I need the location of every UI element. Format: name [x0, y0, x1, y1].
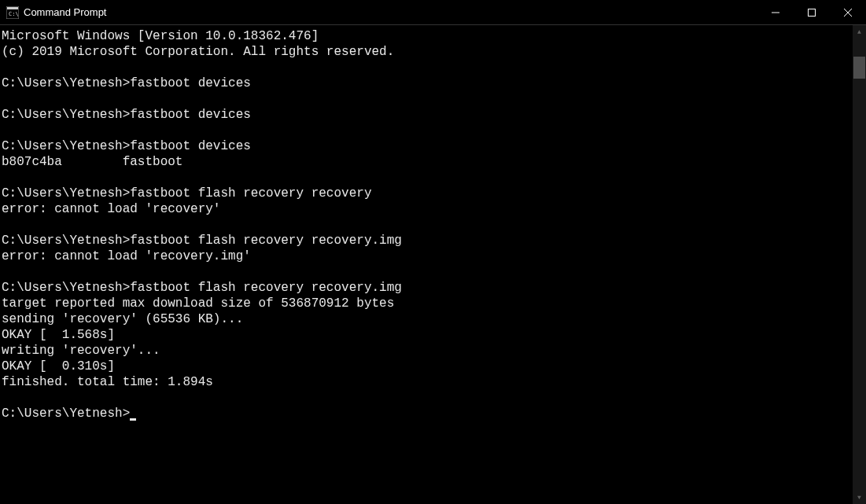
titlebar: C:\ Command Prompt — [0, 0, 866, 25]
terminal-line: writing 'recovery'... — [2, 343, 851, 359]
terminal-line: Microsoft Windows [Version 10.0.18362.47… — [2, 28, 851, 44]
terminal-line: C:\Users\Yetnesh>fastboot flash recovery… — [2, 233, 851, 248]
terminal-line: C:\Users\Yetnesh>fastboot devices — [2, 107, 851, 123]
terminal-line — [2, 91, 851, 107]
terminal-line: error: cannot load 'recovery.img' — [2, 248, 851, 264]
terminal-line: OKAY [ 1.568s] — [2, 327, 851, 343]
terminal-line — [2, 170, 851, 186]
terminal-line: sending 'recovery' (65536 KB)... — [2, 311, 851, 327]
terminal-line — [2, 264, 851, 280]
scroll-down-icon[interactable]: ▼ — [853, 491, 866, 504]
terminal-line — [2, 217, 851, 233]
cmd-icon: C:\ — [6, 6, 19, 19]
terminal-line — [2, 123, 851, 138]
terminal-line: target reported max download size of 536… — [2, 296, 851, 311]
terminal-line: C:\Users\Yetnesh>fastboot devices — [2, 75, 851, 91]
terminal-line: error: cannot load 'recovery' — [2, 201, 851, 217]
close-button[interactable] — [830, 0, 866, 25]
terminal-line: C:\Users\Yetnesh>fastboot flash recovery… — [2, 280, 851, 296]
terminal-area: Microsoft Windows [Version 10.0.18362.47… — [0, 25, 866, 504]
minimize-button[interactable] — [757, 0, 794, 25]
cursor — [130, 418, 136, 421]
maximize-button[interactable] — [794, 0, 830, 25]
svg-rect-1 — [7, 7, 18, 9]
terminal-line: OKAY [ 0.310s] — [2, 359, 851, 374]
terminal-line: C:\Users\Yetnesh>fastboot flash recovery… — [2, 186, 851, 201]
terminal-line — [2, 60, 851, 75]
window-controls — [757, 0, 866, 24]
terminal-content[interactable]: Microsoft Windows [Version 10.0.18362.47… — [0, 25, 853, 504]
window-title: Command Prompt — [24, 6, 106, 18]
scrollbar[interactable]: ▲ ▼ — [853, 25, 866, 504]
scroll-thumb[interactable] — [853, 57, 865, 79]
terminal-line: finished. total time: 1.894s — [2, 374, 851, 390]
terminal-line — [2, 390, 851, 406]
terminal-line: b807c4ba fastboot — [2, 154, 851, 170]
svg-text:C:\: C:\ — [9, 11, 19, 17]
svg-rect-4 — [809, 9, 816, 17]
titlebar-left: C:\ Command Prompt — [6, 6, 106, 19]
terminal-line: (c) 2019 Microsoft Corporation. All righ… — [2, 44, 851, 60]
scroll-up-icon[interactable]: ▲ — [853, 25, 866, 39]
terminal-line: C:\Users\Yetnesh>fastboot devices — [2, 138, 851, 154]
terminal-line: C:\Users\Yetnesh> — [2, 406, 851, 421]
